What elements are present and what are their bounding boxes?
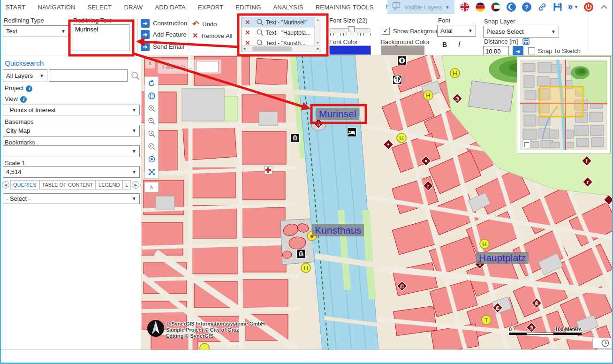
construction-button[interactable]: ➔Construction [141,19,187,28]
poi-black-restaurant[interactable] [392,74,403,87]
zoom-out-icon[interactable] [145,115,158,128]
delete-markup-icon[interactable]: ✕ [242,29,254,36]
history-clock-button[interactable] [592,338,612,349]
menu-item-navigation[interactable]: NAVIGATION [38,4,75,11]
show-background-checkbox[interactable] [382,27,390,35]
tab-l[interactable]: L [122,180,131,190]
map-label-kunsthaus[interactable]: Kunsthaus [312,224,364,236]
map-viewport[interactable]: HHHHHTifrr MurinselKunsthausHauptplatz I… [142,55,613,349]
poi-diamond-r[interactable]: r [423,180,434,193]
power-icon[interactable] [583,2,594,13]
tabs-scroll-right-icon[interactable]: ▶ [132,181,139,189]
bold-button[interactable]: B [440,41,449,48]
tab-legend[interactable]: LEGEND [96,180,122,190]
info-icon[interactable]: i [26,85,32,92]
collapse-icon[interactable] [598,2,609,13]
poi-yellow-H[interactable]: H [300,262,311,275]
poi-diamond-r[interactable]: r [582,176,593,190]
send-email-button[interactable]: ➔Send Email [141,42,184,51]
font-color-swatch[interactable] [329,46,371,55]
undo-button[interactable]: ↶Undo [192,19,217,29]
redlining-text-input[interactable]: Murinsel [73,24,129,51]
markup-list-row[interactable]: ✕Text - "Murinsel" [242,17,321,28]
poi-diamond-museum[interactable] [452,93,463,106]
background-color-swatch[interactable] [381,46,424,55]
globe-icon[interactable] [145,90,158,102]
menu-item-draw[interactable]: DRAW [124,4,143,11]
menu-item-remaining-tools[interactable]: REMAINING TOOLS [316,4,374,11]
poi-diamond-f[interactable]: f [581,155,592,168]
overview-map[interactable] [517,56,611,153]
search-icon[interactable] [130,71,141,83]
snap-to-sketch-checkbox[interactable] [528,47,535,54]
center-map-icon[interactable] [145,153,158,166]
calculator-icon[interactable] [522,38,530,46]
overview-collapse-icon[interactable] [522,140,530,148]
poi-yellow-H[interactable]: H [396,132,407,145]
night-mode-icon[interactable] [506,2,516,13]
settings-icon[interactable]: ▼ [568,2,578,13]
delete-markup-icon[interactable]: ✕ [242,19,254,26]
horizontal-scrollbar[interactable]: ◀▶ [242,45,321,52]
tabs-scroll-left-icon[interactable]: ◀ [2,181,9,189]
menu-item-select[interactable]: SELECT [88,4,112,11]
search-scope-select[interactable]: All Layers▼ [3,69,47,82]
markup-item-list[interactable]: ✕Text - "Murinsel"✕Text - "Hauptpla...✕T… [241,17,321,52]
flag-uae-icon[interactable] [490,2,501,13]
menu-item-analysis[interactable]: ANALYSIS [273,4,303,11]
refresh-icon[interactable] [145,77,158,90]
next-extent-icon[interactable] [145,140,158,153]
poi-black-museum[interactable] [295,248,307,261]
font-select[interactable]: Arial▼ [437,25,476,37]
zoom-to-markup-icon[interactable] [254,29,266,37]
markup-list-row[interactable]: ✕Text - "Hauptpla... [242,28,321,38]
i-want-to-widget[interactable]: I want to ... [158,60,221,74]
menu-item-export[interactable]: EXPORT [198,4,223,11]
basemap-select[interactable]: City Map▼ [3,125,140,136]
share-link-icon[interactable] [537,2,547,13]
poi-diamond-dot[interactable] [420,155,431,168]
flag-uk-icon[interactable] [459,2,470,13]
poi-diamond-museum[interactable] [492,302,503,315]
save-icon[interactable] [552,2,563,13]
collapse-sidebar-icon[interactable]: ‹ [145,58,155,68]
full-extent-icon[interactable] [145,166,158,178]
vertical-scrollbar[interactable]: ▲▼ [314,17,321,46]
menu-item-editing[interactable]: EDITING [235,4,261,11]
search-input[interactable] [49,69,128,82]
poi-yellow[interactable] [199,342,210,349]
i-want-to-input[interactable] [196,61,219,72]
map-label-murinsel[interactable]: Murinsel [316,108,359,120]
poi-yellow-H[interactable]: H [449,68,461,81]
poi-diamond-museum[interactable] [531,297,542,311]
remove-all-button[interactable]: ✕Remove All [192,31,232,40]
zoom-in-icon[interactable] [145,102,158,115]
menu-item-start[interactable]: START [6,4,25,11]
snap-layer-select[interactable]: Please Select▼ [483,26,559,38]
toolbar-collapse-icon[interactable]: ∧ [144,182,159,192]
help-icon[interactable]: ? [521,2,532,13]
menu-item-add-data[interactable]: ADD DATA [155,4,186,11]
tab-table-of-content[interactable]: TABLE OF CONTENT [39,180,96,190]
tab-queries[interactable]: QUERIES [10,180,39,190]
info-icon[interactable]: i [20,96,27,103]
scale-select[interactable]: 4,514▼ [3,166,140,178]
visible-layers-button[interactable]: i Visible Layers ▼ [387,0,454,14]
poi-black-circle[interactable] [396,55,408,68]
redlining-type-select[interactable]: Text▼ [3,25,69,37]
poi-black-bed[interactable] [346,127,357,140]
zoom-to-markup-icon[interactable] [254,18,266,26]
flag-germany-icon[interactable] [475,2,485,13]
poi-yellow-T[interactable]: T [481,314,492,327]
map-label-hauptplatz[interactable]: Hauptplatz [476,252,529,264]
add-feature-button[interactable]: ➔Add Feature [141,30,187,39]
poi-diamond[interactable] [603,194,613,207]
view-select[interactable]: Points of Interest▼ [3,105,140,115]
italic-button[interactable]: I [454,40,463,48]
poi-diamond-museum[interactable] [396,281,408,294]
previous-extent-icon[interactable] [145,128,158,140]
poi-yellow-H[interactable]: H [423,90,434,103]
poi-cross[interactable] [264,166,272,176]
poi-black-museum[interactable] [289,132,301,145]
query-select[interactable]: - Select -▼ [3,193,140,204]
